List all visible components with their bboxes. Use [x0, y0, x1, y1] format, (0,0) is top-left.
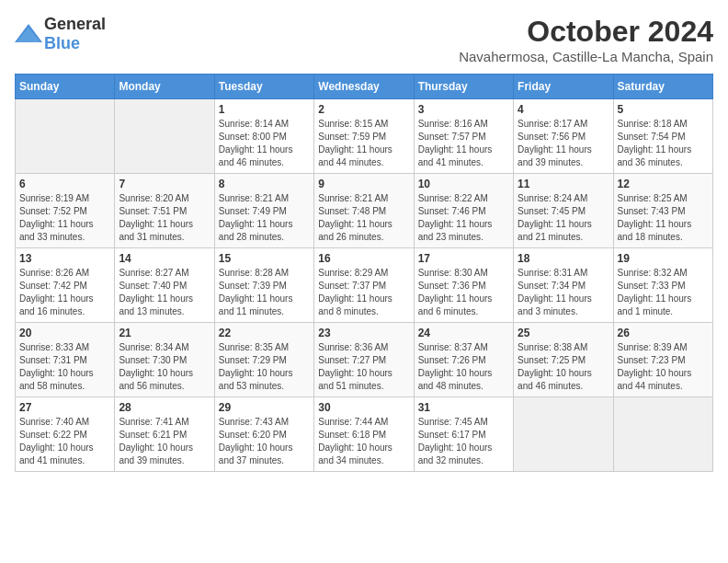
day-number: 19 [618, 252, 709, 265]
logo-text-general: General [44, 15, 106, 33]
calendar-cell: 2Sunrise: 8:15 AM Sunset: 7:59 PM Daylig… [314, 99, 414, 174]
calendar-cell: 19Sunrise: 8:32 AM Sunset: 7:33 PM Dayli… [613, 248, 712, 323]
day-number: 16 [318, 252, 409, 265]
weekday-header: Wednesday [314, 75, 414, 99]
weekday-header: Monday [115, 75, 214, 99]
calendar-cell: 26Sunrise: 8:39 AM Sunset: 7:23 PM Dayli… [613, 323, 712, 397]
weekday-header: Tuesday [214, 75, 313, 99]
day-info: Sunrise: 8:37 AM Sunset: 7:26 PM Dayligh… [418, 341, 509, 393]
day-info: Sunrise: 8:38 AM Sunset: 7:25 PM Dayligh… [518, 341, 609, 393]
day-info: Sunrise: 8:18 AM Sunset: 7:54 PM Dayligh… [618, 118, 709, 169]
calendar-cell [115, 99, 214, 174]
calendar-cell: 22Sunrise: 8:35 AM Sunset: 7:29 PM Dayli… [214, 323, 313, 397]
calendar-cell [16, 99, 115, 174]
day-number: 7 [119, 178, 210, 190]
day-number: 3 [418, 103, 509, 116]
calendar-cell: 13Sunrise: 8:26 AM Sunset: 7:42 PM Dayli… [16, 248, 115, 323]
day-info: Sunrise: 8:16 AM Sunset: 7:57 PM Dayligh… [418, 118, 509, 169]
calendar-week-row: 20Sunrise: 8:33 AM Sunset: 7:31 PM Dayli… [16, 323, 713, 397]
calendar-cell: 29Sunrise: 7:43 AM Sunset: 6:20 PM Dayli… [214, 397, 313, 472]
calendar-week-row: 6Sunrise: 8:19 AM Sunset: 7:52 PM Daylig… [16, 174, 713, 248]
day-number: 24 [418, 327, 509, 339]
day-info: Sunrise: 7:41 AM Sunset: 6:21 PM Dayligh… [119, 416, 210, 467]
calendar-cell: 16Sunrise: 8:29 AM Sunset: 7:37 PM Dayli… [314, 248, 414, 323]
calendar-cell: 4Sunrise: 8:17 AM Sunset: 7:56 PM Daylig… [514, 99, 613, 174]
day-info: Sunrise: 8:24 AM Sunset: 7:45 PM Dayligh… [518, 192, 609, 244]
title-block: October 2024 Navahermosa, Castille-La Ma… [459, 15, 713, 64]
day-info: Sunrise: 8:28 AM Sunset: 7:39 PM Dayligh… [219, 267, 310, 318]
calendar-cell: 1Sunrise: 8:14 AM Sunset: 8:00 PM Daylig… [214, 99, 313, 174]
day-info: Sunrise: 8:32 AM Sunset: 7:33 PM Dayligh… [618, 267, 709, 318]
logo-text-blue: Blue [44, 34, 80, 52]
day-number: 26 [618, 327, 709, 339]
day-number: 1 [219, 103, 310, 116]
calendar-cell [613, 397, 712, 472]
calendar-cell: 3Sunrise: 8:16 AM Sunset: 7:57 PM Daylig… [414, 99, 513, 174]
page-header: General Blue October 2024 Navahermosa, C… [15, 15, 713, 64]
day-number: 15 [219, 252, 310, 265]
calendar-cell: 15Sunrise: 8:28 AM Sunset: 7:39 PM Dayli… [214, 248, 313, 323]
page-subtitle: Navahermosa, Castille-La Mancha, Spain [459, 49, 713, 64]
day-info: Sunrise: 8:21 AM Sunset: 7:49 PM Dayligh… [219, 192, 310, 244]
weekday-header: Friday [514, 75, 613, 99]
day-info: Sunrise: 8:15 AM Sunset: 7:59 PM Dayligh… [318, 118, 409, 169]
day-info: Sunrise: 8:26 AM Sunset: 7:42 PM Dayligh… [19, 267, 110, 318]
calendar-week-row: 27Sunrise: 7:40 AM Sunset: 6:22 PM Dayli… [16, 397, 713, 472]
calendar-cell: 17Sunrise: 8:30 AM Sunset: 7:36 PM Dayli… [414, 248, 513, 323]
day-info: Sunrise: 8:21 AM Sunset: 7:48 PM Dayligh… [318, 192, 409, 244]
day-info: Sunrise: 8:39 AM Sunset: 7:23 PM Dayligh… [618, 341, 709, 393]
day-info: Sunrise: 8:17 AM Sunset: 7:56 PM Dayligh… [518, 118, 609, 169]
calendar-cell: 25Sunrise: 8:38 AM Sunset: 7:25 PM Dayli… [514, 323, 613, 397]
day-number: 10 [418, 178, 509, 190]
calendar-cell: 8Sunrise: 8:21 AM Sunset: 7:49 PM Daylig… [214, 174, 313, 248]
calendar-cell [514, 397, 613, 472]
day-number: 8 [219, 178, 310, 190]
day-info: Sunrise: 8:19 AM Sunset: 7:52 PM Dayligh… [19, 192, 110, 244]
calendar-cell: 12Sunrise: 8:25 AM Sunset: 7:43 PM Dayli… [613, 174, 712, 248]
calendar-week-row: 1Sunrise: 8:14 AM Sunset: 8:00 PM Daylig… [16, 99, 713, 174]
day-info: Sunrise: 8:35 AM Sunset: 7:29 PM Dayligh… [219, 341, 310, 393]
calendar-cell: 23Sunrise: 8:36 AM Sunset: 7:27 PM Dayli… [314, 323, 414, 397]
day-info: Sunrise: 8:33 AM Sunset: 7:31 PM Dayligh… [19, 341, 110, 393]
day-number: 23 [318, 327, 409, 339]
calendar-cell: 5Sunrise: 8:18 AM Sunset: 7:54 PM Daylig… [613, 99, 712, 174]
day-info: Sunrise: 7:44 AM Sunset: 6:18 PM Dayligh… [318, 416, 409, 467]
calendar-cell: 31Sunrise: 7:45 AM Sunset: 6:17 PM Dayli… [414, 397, 513, 472]
day-number: 11 [518, 178, 609, 190]
day-info: Sunrise: 7:45 AM Sunset: 6:17 PM Dayligh… [418, 416, 509, 467]
calendar-cell: 9Sunrise: 8:21 AM Sunset: 7:48 PM Daylig… [314, 174, 414, 248]
calendar-cell: 6Sunrise: 8:19 AM Sunset: 7:52 PM Daylig… [16, 174, 115, 248]
day-number: 12 [618, 178, 709, 190]
day-number: 13 [19, 252, 110, 265]
day-number: 17 [418, 252, 509, 265]
day-info: Sunrise: 8:36 AM Sunset: 7:27 PM Dayligh… [318, 341, 409, 393]
day-number: 6 [19, 178, 110, 190]
calendar-header-row: SundayMondayTuesdayWednesdayThursdayFrid… [16, 75, 713, 99]
logo-icon [15, 24, 40, 44]
day-info: Sunrise: 8:25 AM Sunset: 7:43 PM Dayligh… [618, 192, 709, 244]
day-number: 18 [518, 252, 609, 265]
day-info: Sunrise: 8:20 AM Sunset: 7:51 PM Dayligh… [119, 192, 210, 244]
logo: General Blue [15, 15, 106, 53]
day-number: 20 [19, 327, 110, 339]
day-number: 27 [19, 401, 110, 414]
day-number: 14 [119, 252, 210, 265]
calendar-cell: 10Sunrise: 8:22 AM Sunset: 7:46 PM Dayli… [414, 174, 513, 248]
day-info: Sunrise: 8:30 AM Sunset: 7:36 PM Dayligh… [418, 267, 509, 318]
calendar-cell: 11Sunrise: 8:24 AM Sunset: 7:45 PM Dayli… [514, 174, 613, 248]
day-number: 29 [219, 401, 310, 414]
calendar-table: SundayMondayTuesdayWednesdayThursdayFrid… [15, 74, 713, 472]
day-info: Sunrise: 8:31 AM Sunset: 7:34 PM Dayligh… [518, 267, 609, 318]
calendar-cell: 28Sunrise: 7:41 AM Sunset: 6:21 PM Dayli… [115, 397, 214, 472]
calendar-cell: 27Sunrise: 7:40 AM Sunset: 6:22 PM Dayli… [16, 397, 115, 472]
calendar-cell: 14Sunrise: 8:27 AM Sunset: 7:40 PM Dayli… [115, 248, 214, 323]
day-info: Sunrise: 8:14 AM Sunset: 8:00 PM Dayligh… [219, 118, 310, 169]
calendar-week-row: 13Sunrise: 8:26 AM Sunset: 7:42 PM Dayli… [16, 248, 713, 323]
day-number: 28 [119, 401, 210, 414]
day-info: Sunrise: 8:27 AM Sunset: 7:40 PM Dayligh… [119, 267, 210, 318]
calendar-cell: 18Sunrise: 8:31 AM Sunset: 7:34 PM Dayli… [514, 248, 613, 323]
day-info: Sunrise: 8:29 AM Sunset: 7:37 PM Dayligh… [318, 267, 409, 318]
weekday-header: Sunday [16, 75, 115, 99]
day-number: 9 [318, 178, 409, 190]
day-info: Sunrise: 7:40 AM Sunset: 6:22 PM Dayligh… [19, 416, 110, 467]
